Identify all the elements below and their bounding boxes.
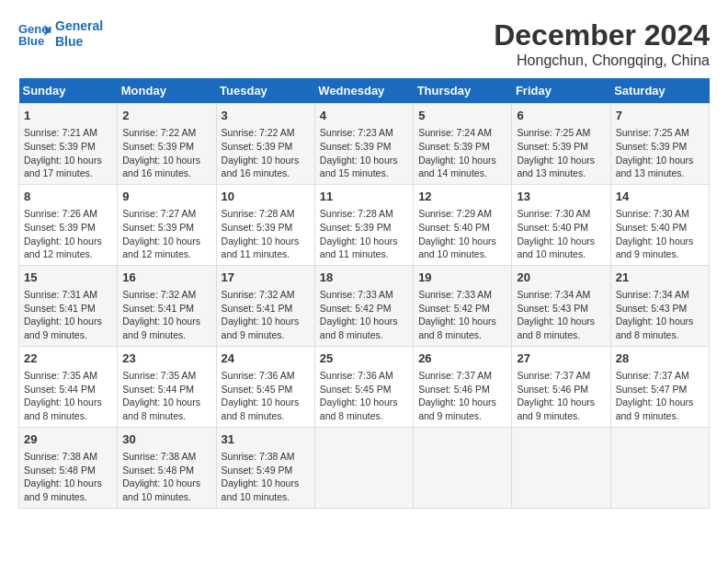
daylight-text: Daylight: 10 hours and 9 minutes. [418, 396, 496, 421]
col-header-thursday: Thursday [414, 78, 512, 104]
day-number: 7 [616, 108, 704, 124]
calendar-cell: 21Sunrise: 7:34 AMSunset: 5:43 PMDayligh… [610, 265, 709, 346]
calendar-cell: 12Sunrise: 7:29 AMSunset: 5:40 PMDayligh… [414, 184, 512, 265]
sunset-text: Sunset: 5:47 PM [616, 384, 688, 395]
calendar-cell: 29Sunrise: 7:38 AMSunset: 5:48 PMDayligh… [19, 427, 118, 508]
calendar-cell [314, 427, 413, 508]
calendar-cell: 13Sunrise: 7:30 AMSunset: 5:40 PMDayligh… [512, 184, 610, 265]
calendar-cell: 7Sunrise: 7:25 AMSunset: 5:39 PMDaylight… [610, 104, 709, 185]
day-number: 3 [222, 108, 310, 124]
day-number: 8 [24, 189, 112, 205]
sunrise-text: Sunrise: 7:35 AM [24, 370, 97, 381]
calendar-week-1: 1Sunrise: 7:21 AMSunset: 5:39 PMDaylight… [19, 104, 710, 185]
col-header-monday: Monday [118, 78, 216, 104]
sunset-text: Sunset: 5:44 PM [122, 384, 194, 395]
daylight-text: Daylight: 10 hours and 9 minutes. [616, 396, 694, 421]
sunrise-text: Sunrise: 7:31 AM [24, 289, 97, 300]
sunset-text: Sunset: 5:39 PM [24, 141, 96, 152]
daylight-text: Daylight: 10 hours and 8 minutes. [320, 396, 398, 421]
calendar-cell [414, 427, 512, 508]
calendar-cell [610, 427, 709, 508]
daylight-text: Daylight: 10 hours and 16 minutes. [122, 155, 200, 179]
day-number: 16 [122, 270, 210, 286]
sunset-text: Sunset: 5:42 PM [320, 303, 392, 314]
sunset-text: Sunset: 5:40 PM [616, 222, 688, 233]
calendar-cell: 22Sunrise: 7:35 AMSunset: 5:44 PMDayligh… [19, 346, 118, 427]
sunset-text: Sunset: 5:48 PM [122, 465, 194, 476]
sunset-text: Sunset: 5:41 PM [24, 303, 96, 314]
calendar-cell: 6Sunrise: 7:25 AMSunset: 5:39 PMDaylight… [512, 104, 610, 185]
daylight-text: Daylight: 10 hours and 8 minutes. [616, 316, 694, 340]
daylight-text: Daylight: 10 hours and 10 minutes. [122, 477, 200, 502]
daylight-text: Daylight: 10 hours and 9 minutes. [122, 316, 200, 340]
calendar-week-2: 8Sunrise: 7:26 AMSunset: 5:39 PMDaylight… [19, 184, 710, 265]
day-number: 29 [24, 431, 112, 448]
daylight-text: Daylight: 10 hours and 9 minutes. [222, 316, 300, 340]
sunset-text: Sunset: 5:43 PM [616, 303, 688, 314]
sunrise-text: Sunrise: 7:26 AM [24, 208, 97, 219]
col-header-saturday: Saturday [610, 78, 709, 104]
day-number: 14 [616, 189, 704, 205]
col-header-friday: Friday [512, 78, 610, 104]
logo-icon: General Blue [18, 21, 51, 47]
calendar-cell: 11Sunrise: 7:28 AMSunset: 5:39 PMDayligh… [314, 184, 413, 265]
sunrise-text: Sunrise: 7:21 AM [24, 127, 97, 138]
daylight-text: Daylight: 10 hours and 9 minutes. [517, 396, 595, 421]
sunrise-text: Sunrise: 7:32 AM [222, 289, 295, 300]
sunset-text: Sunset: 5:43 PM [517, 303, 588, 314]
daylight-text: Daylight: 10 hours and 15 minutes. [320, 155, 398, 179]
sunset-text: Sunset: 5:40 PM [418, 222, 490, 233]
header-row: SundayMondayTuesdayWednesdayThursdayFrid… [19, 78, 710, 104]
sunrise-text: Sunrise: 7:37 AM [418, 370, 492, 381]
day-number: 26 [418, 350, 506, 367]
day-number: 9 [122, 189, 210, 205]
calendar-cell: 8Sunrise: 7:26 AMSunset: 5:39 PMDaylight… [19, 184, 118, 265]
daylight-text: Daylight: 10 hours and 10 minutes. [418, 236, 496, 260]
day-number: 20 [517, 270, 605, 286]
sunset-text: Sunset: 5:46 PM [418, 384, 490, 395]
sunset-text: Sunset: 5:46 PM [517, 384, 588, 395]
day-number: 18 [320, 270, 408, 286]
col-header-tuesday: Tuesday [216, 78, 314, 104]
sunset-text: Sunset: 5:39 PM [122, 141, 194, 152]
col-header-wednesday: Wednesday [314, 78, 413, 104]
day-number: 4 [320, 108, 408, 124]
sunrise-text: Sunrise: 7:36 AM [320, 370, 393, 381]
sunrise-text: Sunrise: 7:22 AM [222, 127, 295, 138]
calendar-cell: 9Sunrise: 7:27 AMSunset: 5:39 PMDaylight… [118, 184, 216, 265]
calendar-cell: 2Sunrise: 7:22 AMSunset: 5:39 PMDaylight… [118, 104, 216, 185]
sunrise-text: Sunrise: 7:36 AM [222, 370, 295, 381]
calendar-cell: 19Sunrise: 7:33 AMSunset: 5:42 PMDayligh… [414, 265, 512, 346]
sunrise-text: Sunrise: 7:28 AM [320, 208, 393, 219]
sunrise-text: Sunrise: 7:34 AM [616, 289, 689, 300]
calendar-cell: 5Sunrise: 7:24 AMSunset: 5:39 PMDaylight… [414, 104, 512, 185]
daylight-text: Daylight: 10 hours and 8 minutes. [320, 316, 398, 340]
day-number: 23 [122, 350, 210, 367]
sunrise-text: Sunrise: 7:38 AM [122, 451, 196, 462]
location-title: Hongchun, Chongqing, China [494, 52, 710, 69]
day-number: 24 [222, 350, 310, 367]
daylight-text: Daylight: 10 hours and 14 minutes. [418, 155, 496, 179]
sunset-text: Sunset: 5:41 PM [122, 303, 194, 314]
sunset-text: Sunset: 5:44 PM [24, 384, 96, 395]
sunset-text: Sunset: 5:45 PM [320, 384, 392, 395]
calendar-cell: 23Sunrise: 7:35 AMSunset: 5:44 PMDayligh… [118, 346, 216, 427]
sunrise-text: Sunrise: 7:25 AM [517, 127, 590, 138]
sunrise-text: Sunrise: 7:34 AM [517, 289, 590, 300]
logo: General Blue General Blue [18, 18, 103, 50]
day-number: 22 [24, 350, 112, 367]
calendar-cell: 14Sunrise: 7:30 AMSunset: 5:40 PMDayligh… [610, 184, 709, 265]
sunrise-text: Sunrise: 7:25 AM [616, 127, 689, 138]
day-number: 25 [320, 350, 408, 367]
calendar-cell: 27Sunrise: 7:37 AMSunset: 5:46 PMDayligh… [512, 346, 610, 427]
month-title: December 2024 [494, 18, 710, 52]
daylight-text: Daylight: 10 hours and 10 minutes. [222, 477, 300, 502]
day-number: 12 [418, 189, 506, 205]
sunrise-text: Sunrise: 7:30 AM [616, 208, 689, 219]
calendar-cell: 16Sunrise: 7:32 AMSunset: 5:41 PMDayligh… [118, 265, 216, 346]
calendar-cell: 18Sunrise: 7:33 AMSunset: 5:42 PMDayligh… [314, 265, 413, 346]
daylight-text: Daylight: 10 hours and 12 minutes. [122, 236, 200, 260]
col-header-sunday: Sunday [19, 78, 118, 104]
day-number: 17 [222, 270, 310, 286]
sunrise-text: Sunrise: 7:29 AM [418, 208, 492, 219]
